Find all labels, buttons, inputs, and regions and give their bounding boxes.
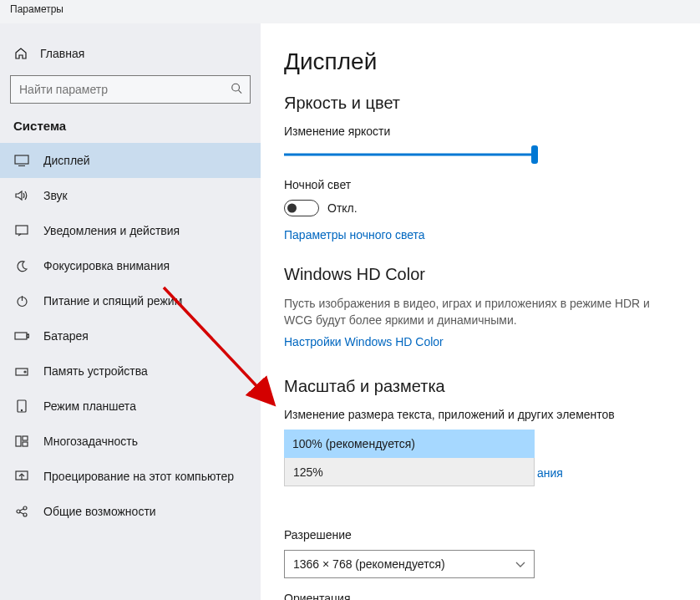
svg-line-1 [239, 90, 242, 94]
svg-rect-13 [16, 436, 21, 446]
svg-rect-14 [23, 436, 28, 440]
orientation-label: Ориентация [284, 592, 677, 600]
hdcolor-desc: Пусть изображения в видео, играх и прило… [284, 296, 677, 328]
display-icon [13, 155, 30, 166]
sound-icon [13, 190, 30, 201]
home-icon [13, 47, 28, 60]
night-light-toggle[interactable] [284, 200, 319, 216]
search-icon [231, 83, 242, 97]
window-title: Параметры [10, 3, 63, 15]
svg-rect-4 [16, 226, 28, 234]
notifications-icon [13, 225, 30, 236]
scale-group-title: Масштаб и разметка [284, 377, 677, 396]
window-titlebar: Параметры [0, 0, 700, 23]
scale-dropdown-open[interactable]: 100% (рекомендуется) 125% ания [284, 430, 535, 486]
resolution-dropdown[interactable]: 1366 × 768 (рекомендуется) [284, 550, 535, 578]
project-icon [13, 470, 30, 482]
svg-point-12 [21, 409, 22, 410]
shared-icon [13, 506, 30, 517]
svg-line-22 [20, 512, 23, 514]
resolution-value: 1366 × 768 (рекомендуется) [293, 557, 445, 571]
sidebar-item-battery[interactable]: Батарея [0, 318, 261, 353]
sidebar-item-label: Звук [43, 189, 68, 202]
scale-option-125[interactable]: 125% [284, 458, 535, 486]
night-light-settings-link[interactable]: Параметры ночного света [284, 228, 425, 242]
resolution-label: Разрешение [284, 528, 677, 542]
page-title: Дисплей [284, 48, 677, 75]
scale-option-100[interactable]: 100% (рекомендуется) [284, 430, 535, 458]
svg-rect-2 [15, 155, 28, 164]
advanced-scale-link-fragment[interactable]: ания [537, 466, 563, 480]
main-panel: Дисплей Яркость и цвет Изменение яркости… [261, 23, 700, 600]
chevron-down-icon [515, 557, 525, 571]
sidebar-item-power[interactable]: Питание и спящий режим [0, 283, 261, 318]
sidebar-nav: Дисплей Звук Уведомления и действия Фоку… [0, 143, 261, 529]
brightness-group-title: Яркость и цвет [284, 94, 677, 113]
svg-point-19 [23, 506, 27, 510]
svg-point-18 [17, 510, 20, 513]
sidebar-item-label: Режим планшета [43, 399, 136, 413]
sidebar-item-storage[interactable]: Память устройства [0, 353, 261, 389]
sidebar: Главная Система Дисплей Звук [0, 23, 261, 600]
hdcolor-link[interactable]: Настройки Windows HD Color [284, 335, 444, 348]
sidebar-item-label: Проецирование на этот компьютер [43, 470, 234, 483]
home-label: Главная [40, 47, 84, 60]
sidebar-item-label: Фокусировка внимания [43, 259, 170, 272]
home-button[interactable]: Главная [0, 40, 261, 70]
svg-rect-15 [23, 442, 28, 446]
sidebar-item-label: Батарея [43, 329, 89, 343]
moon-icon [13, 260, 30, 272]
slider-thumb[interactable] [531, 145, 538, 164]
svg-line-21 [20, 509, 23, 511]
sidebar-item-sound[interactable]: Звук [0, 178, 261, 213]
sidebar-item-label: Дисплей [43, 154, 90, 167]
sidebar-item-projecting[interactable]: Проецирование на этот компьютер [0, 459, 261, 494]
sidebar-section-label: Система [0, 119, 261, 143]
sidebar-item-shared[interactable]: Общие возможности [0, 494, 261, 529]
slider-track [284, 154, 535, 156]
tablet-icon [13, 399, 30, 413]
search-box[interactable] [10, 75, 251, 104]
power-icon [13, 295, 30, 308]
hdcolor-group-title: Windows HD Color [284, 265, 677, 284]
svg-point-0 [232, 84, 240, 91]
storage-icon [13, 366, 30, 376]
sidebar-item-label: Уведомления и действия [43, 224, 180, 237]
svg-rect-7 [15, 333, 27, 339]
toggle-state-label: Откл. [327, 201, 358, 215]
sidebar-item-focus[interactable]: Фокусировка внимания [0, 248, 261, 283]
scale-label: Изменение размера текста, приложений и д… [284, 408, 677, 421]
sidebar-item-multitask[interactable]: Многозадачность [0, 424, 261, 459]
sidebar-item-label: Общие возможности [43, 505, 156, 518]
multitask-icon [13, 435, 30, 447]
svg-point-10 [24, 371, 26, 373]
svg-point-20 [23, 513, 27, 516]
night-light-label: Ночной свет [284, 178, 677, 191]
sidebar-item-label: Многозадачность [43, 435, 138, 448]
toggle-knob [287, 204, 297, 213]
sidebar-item-display[interactable]: Дисплей [0, 143, 261, 178]
svg-rect-8 [28, 334, 29, 338]
search-input[interactable] [10, 75, 251, 104]
battery-icon [13, 332, 30, 340]
sidebar-item-label: Питание и спящий режим [43, 294, 182, 308]
sidebar-item-notifications[interactable]: Уведомления и действия [0, 213, 261, 248]
sidebar-item-label: Память устройства [43, 364, 148, 378]
brightness-slider-label: Изменение яркости [284, 125, 677, 138]
brightness-slider[interactable] [284, 146, 535, 163]
sidebar-item-tablet[interactable]: Режим планшета [0, 389, 261, 424]
